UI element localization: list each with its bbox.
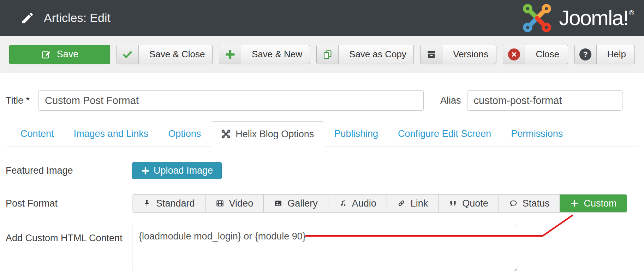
format-audio-label: Audio: [352, 198, 376, 209]
format-custom-button[interactable]: Custom: [560, 195, 627, 212]
save-label: Save: [57, 49, 79, 60]
versions-label: Versions: [442, 49, 496, 60]
featured-image-label: Featured Image: [6, 165, 132, 176]
app-header: Articles: Edit Joomla!®: [0, 0, 644, 36]
close-button[interactable]: Close: [503, 45, 568, 64]
save-close-label: Save & Close: [139, 49, 213, 60]
tab-bar: Content Images and Links Options Helix B…: [6, 121, 638, 146]
plus-icon: [141, 166, 150, 175]
tab-helix-blog-options[interactable]: Helix Blog Options: [211, 121, 324, 146]
title-row: Title * Alias: [6, 90, 638, 111]
film-icon: [216, 199, 224, 208]
alias-input[interactable]: [467, 90, 622, 111]
save-close-button[interactable]: Save & Close: [117, 45, 213, 64]
help-button[interactable]: ? Help: [574, 45, 635, 64]
picture-icon: [274, 199, 282, 208]
format-quote-label: Quote: [462, 198, 488, 209]
format-standard-label: Standard: [156, 198, 195, 209]
format-link-button[interactable]: Link: [387, 195, 439, 212]
registered-mark: ®: [629, 9, 633, 17]
tab-helix-label: Helix Blog Options: [235, 129, 314, 140]
edit-pencil-icon: [20, 11, 35, 25]
save-new-label: Save & New: [241, 49, 310, 60]
toolbar: Save Save & Close Save & New Save as Cop…: [0, 36, 644, 73]
close-x-icon: [503, 45, 525, 64]
format-quote-button[interactable]: Quote: [438, 195, 499, 212]
copy-icon: [317, 45, 339, 64]
pushpin-icon: [143, 199, 151, 208]
featured-image-row: Featured Image Upload Image: [6, 162, 638, 179]
archive-icon: [421, 45, 442, 64]
format-standard-button[interactable]: Standard: [132, 195, 205, 212]
joomla-symbol-icon: [521, 3, 553, 33]
tab-content[interactable]: Content: [11, 121, 64, 146]
save-copy-button[interactable]: Save as Copy: [316, 45, 414, 64]
joomla-logo: Joomla!®: [521, 3, 633, 33]
format-custom-label: Custom: [584, 198, 616, 209]
plus-icon: [570, 199, 579, 208]
check-icon: [117, 45, 139, 64]
format-status-button[interactable]: Status: [499, 195, 560, 212]
upload-image-label: Upload Image: [154, 165, 213, 176]
versions-button[interactable]: Versions: [420, 45, 496, 64]
tab-publishing[interactable]: Publishing: [324, 121, 388, 146]
save-copy-label: Save as Copy: [339, 49, 414, 60]
custom-html-textarea[interactable]: {loadmodule mod_login} or {module 90}: [132, 225, 517, 271]
format-video-label: Video: [229, 198, 254, 209]
edit-form: Title * Alias Content Images and Links O…: [0, 90, 644, 271]
post-format-group: Standard Video Gallery: [132, 194, 627, 213]
music-note-icon: [339, 199, 347, 208]
joomla-icon: [221, 129, 231, 139]
close-label: Close: [525, 49, 568, 60]
speech-bubble-icon: [509, 199, 518, 208]
save-new-button[interactable]: Save & New: [219, 45, 310, 64]
post-format-row: Post Format Standard Video: [6, 194, 638, 213]
format-video-button[interactable]: Video: [205, 195, 264, 212]
alias-label: Alias: [440, 95, 461, 106]
custom-html-row: Add Custom HTML Content {loadmodule mod_…: [6, 225, 638, 271]
question-icon: ?: [575, 45, 597, 64]
format-gallery-button[interactable]: Gallery: [263, 195, 328, 212]
page-title: Articles: Edit: [44, 11, 111, 25]
title-input[interactable]: [38, 90, 424, 111]
post-format-label: Post Format: [6, 198, 132, 209]
quote-icon: [449, 199, 457, 208]
tab-options[interactable]: Options: [158, 121, 211, 146]
joomla-wordmark: Joomla!®: [559, 6, 633, 30]
pencil-square-icon: [41, 49, 52, 60]
upload-image-button[interactable]: Upload Image: [132, 162, 222, 179]
chain-link-icon: [397, 199, 406, 208]
format-gallery-label: Gallery: [287, 198, 318, 209]
format-link-label: Link: [411, 198, 428, 209]
tab-images-and-links[interactable]: Images and Links: [64, 121, 159, 146]
format-audio-button[interactable]: Audio: [328, 195, 387, 212]
custom-html-label: Add Custom HTML Content: [6, 233, 132, 244]
plus-icon: [219, 45, 241, 64]
help-label: Help: [597, 49, 635, 60]
save-button[interactable]: Save: [9, 45, 110, 64]
title-label: Title *: [6, 95, 38, 106]
tab-configure-edit-screen[interactable]: Configure Edit Screen: [388, 121, 501, 146]
format-status-label: Status: [523, 198, 550, 209]
tab-permissions[interactable]: Permissions: [501, 121, 573, 146]
